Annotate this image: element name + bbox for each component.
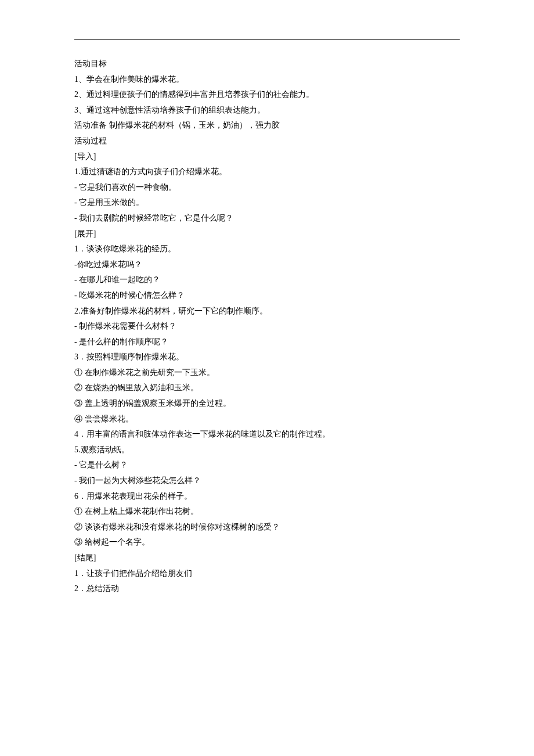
text-line: - 它是我们喜欢的一种食物。 — [74, 180, 460, 196]
text-line: - 在哪儿和谁一起吃的？ — [74, 272, 460, 288]
text-line: ② 谈谈有爆米花和没有爆米花的时候你对这棵树的感受？ — [74, 520, 460, 535]
text-line: - 制作爆米花需要什么材料？ — [74, 319, 460, 334]
text-line: ② 在烧热的锅里放入奶油和玉米。 — [74, 380, 460, 396]
text-line: - 吃爆米花的时候心情怎么样？ — [74, 288, 460, 304]
text-line: - 我们一起为大树添些花朵怎么样？ — [74, 473, 460, 489]
text-line: 2．总结活动 — [74, 581, 460, 597]
text-line: 2、通过料理使孩子们的情感得到丰富并且培养孩子们的社会能力。 — [74, 87, 460, 103]
text-line: ③ 盖上透明的锅盖观察玉米爆开的全过程。 — [74, 396, 460, 412]
text-line: - 它是用玉米做的。 — [74, 195, 460, 211]
text-line: 5.观察活动纸。 — [74, 442, 460, 458]
text-line: ③ 给树起一个名字。 — [74, 535, 460, 550]
text-line: 4．用丰富的语言和肢体动作表达一下爆米花的味道以及它的制作过程。 — [74, 427, 460, 442]
text-line: 6．用爆米花表现出花朵的样子。 — [74, 489, 460, 505]
text-line: 活动过程 — [74, 134, 460, 149]
text-line: ① 在树上粘上爆米花制作出花树。 — [74, 504, 460, 520]
text-line: - 是什么样的制作顺序呢？ — [74, 334, 460, 350]
text-line: 1.通过猜谜语的方式向孩子们介绍爆米花。 — [74, 164, 460, 180]
text-line: 2.准备好制作爆米花的材料，研究一下它的制作顺序。 — [74, 304, 460, 319]
text-line: -你吃过爆米花吗？ — [74, 257, 460, 273]
text-line: [导入] — [74, 149, 460, 165]
text-line: [展开] — [74, 226, 460, 242]
text-line: 1．让孩子们把作品介绍给朋友们 — [74, 566, 460, 582]
top-rule — [74, 39, 460, 40]
text-line: - 它是什么树？ — [74, 458, 460, 473]
text-line: 3．按照料理顺序制作爆米花。 — [74, 350, 460, 365]
document-page: 活动目标 1、学会在制作美味的爆米花。 2、通过料理使孩子们的情感得到丰富并且培… — [0, 0, 534, 756]
text-line: ④ 尝尝爆米花。 — [74, 412, 460, 427]
text-line: 活动准备 制作爆米花的材料（锅，玉米，奶油），强力胶 — [74, 118, 460, 134]
text-line: - 我们去剧院的时候经常吃它，它是什么呢？ — [74, 211, 460, 226]
text-line: ① 在制作爆米花之前先研究一下玉米。 — [74, 365, 460, 381]
text-line: 活动目标 — [74, 56, 460, 72]
text-line: 3、通过这种创意性活动培养孩子们的组织表达能力。 — [74, 103, 460, 118]
text-line: [结尾] — [74, 550, 460, 566]
text-line: 1．谈谈你吃爆米花的经历。 — [74, 242, 460, 257]
document-content: 活动目标 1、学会在制作美味的爆米花。 2、通过料理使孩子们的情感得到丰富并且培… — [74, 56, 460, 597]
text-line: 1、学会在制作美味的爆米花。 — [74, 72, 460, 88]
